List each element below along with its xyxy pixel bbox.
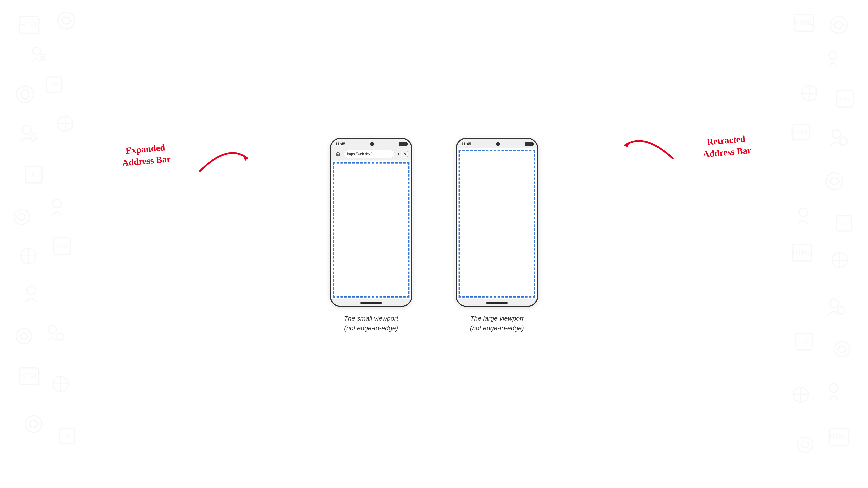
tab-controls: + 5: [397, 151, 408, 157]
main-content: 11:45 https://web.dev/: [0, 0, 868, 488]
small-viewport-inner: [333, 162, 409, 298]
phones-row: 11:45 https://web.dev/: [330, 138, 538, 333]
large-phone-battery-icon: [525, 142, 533, 146]
large-viewport-phone: 11:45: [456, 138, 538, 307]
small-viewport-area: [331, 161, 411, 299]
large-phone-camera: [496, 142, 500, 146]
large-viewport-area: [457, 148, 537, 299]
small-viewport-phone: 11:45 https://web.dev/: [330, 138, 412, 307]
large-phone-home-indicator: [486, 302, 508, 304]
large-phone-time: 11:45: [461, 142, 471, 147]
small-phone-battery-icon: [399, 142, 407, 146]
small-phone-time: 11:45: [335, 142, 345, 147]
small-viewport-label: The small viewport (not edge-to-edge): [344, 314, 398, 333]
small-phone-address-bar: https://web.dev/ + 5: [331, 148, 411, 160]
large-phone-status-bar: 11:45: [457, 139, 537, 148]
small-phone-home-indicator: [360, 302, 382, 304]
new-tab-button[interactable]: +: [397, 151, 400, 157]
large-phone-battery: [525, 142, 533, 146]
large-viewport-inner: [459, 150, 535, 298]
small-phone-battery: [399, 142, 407, 146]
retracted-address-bar-annotation: Retracted Address Bar: [701, 132, 752, 160]
small-phone-camera: [370, 142, 374, 146]
large-viewport-label: The large viewport (not edge-to-edge): [470, 314, 524, 333]
large-viewport-wrapper: 11:45 The large viewport (not edge-to-ed…: [456, 138, 538, 333]
url-bar[interactable]: https://web.dev/: [344, 150, 395, 158]
small-viewport-wrapper: 11:45 https://web.dev/: [330, 138, 412, 333]
tab-count[interactable]: 5: [402, 151, 408, 157]
small-phone-status-bar: 11:45: [331, 139, 411, 148]
home-button[interactable]: [334, 150, 342, 158]
expanded-address-bar-annotation: Expanded Address Bar: [121, 141, 171, 169]
